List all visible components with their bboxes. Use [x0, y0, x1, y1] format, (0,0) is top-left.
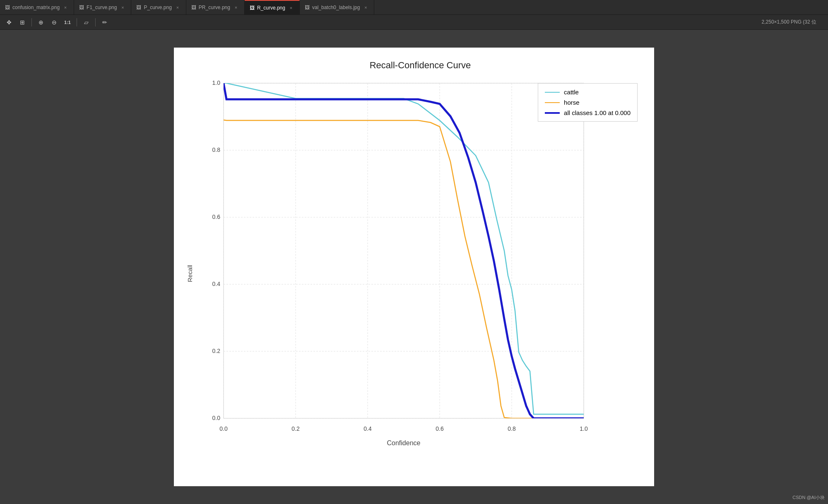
- svg-text:Confidence: Confidence: [387, 439, 421, 446]
- legend-all-classes-line: [545, 112, 560, 114]
- image-icon: 🖼: [5, 5, 10, 10]
- svg-text:1.0: 1.0: [212, 79, 221, 86]
- svg-text:0.8: 0.8: [212, 146, 221, 153]
- svg-text:1.0: 1.0: [580, 425, 588, 432]
- tab-label: val_batch0_labels.jpg: [312, 5, 360, 10]
- file-info: 2,250×1,500 PNG (32 位: [762, 19, 816, 26]
- tab-label: PR_curve.png: [199, 5, 230, 10]
- image-icon: 🖼: [191, 5, 196, 10]
- chart-wrapper: Recall-Confidence Curve Recall: [174, 48, 654, 486]
- reset-zoom-icon[interactable]: 1:1: [62, 17, 73, 28]
- tab-label: F1_curve.png: [87, 5, 117, 10]
- image-icon: 🖼: [305, 5, 310, 10]
- grid-icon[interactable]: ⊞: [17, 17, 28, 28]
- tab-close-p-curve[interactable]: ×: [174, 4, 181, 11]
- legend-cattle: cattle: [545, 89, 631, 96]
- toolbar-divider-1: [31, 18, 32, 26]
- toolbar-divider-2: [77, 18, 77, 26]
- svg-text:0.6: 0.6: [212, 214, 221, 220]
- svg-rect-1: [224, 83, 584, 418]
- tab-label: R_curve.png: [257, 5, 285, 11]
- tab-pr-curve[interactable]: 🖼 PR_curve.png ×: [186, 0, 245, 14]
- tab-close-r-curve[interactable]: ×: [288, 5, 294, 11]
- tab-f1-curve[interactable]: 🖼 F1_curve.png ×: [74, 0, 131, 14]
- tab-bar: 🖼 confusion_matrix.png × 🖼 F1_curve.png …: [0, 0, 828, 15]
- tab-close-f1-curve[interactable]: ×: [119, 4, 126, 11]
- tab-p-curve[interactable]: 🖼 P_curve.png ×: [131, 0, 186, 14]
- svg-text:0.8: 0.8: [508, 425, 516, 432]
- tab-close-confusion-matrix[interactable]: ×: [62, 4, 69, 11]
- svg-text:0.4: 0.4: [363, 425, 372, 432]
- watermark: CSDN @AI小块: [792, 494, 825, 501]
- svg-text:0.2: 0.2: [291, 425, 300, 432]
- chart-area: Recall: [199, 79, 642, 468]
- legend-cattle-label: cattle: [564, 89, 579, 96]
- svg-text:0.2: 0.2: [212, 348, 221, 354]
- tab-confusion-matrix[interactable]: 🖼 confusion_matrix.png ×: [0, 0, 74, 14]
- svg-text:0.0: 0.0: [212, 415, 221, 421]
- chart-svg: 1.0 0.8 0.6 0.4 0.2 0.0 0.0 0.2 0.4 0.6 …: [199, 79, 638, 451]
- legend-horse-line: [545, 102, 560, 103]
- legend-horse-label: horse: [564, 99, 580, 106]
- y-axis-label: Recall: [186, 265, 193, 282]
- chart-legend: cattle horse all classes 1.00 at 0.000: [538, 83, 638, 122]
- legend-all-classes-label: all classes 1.00 at 0.000: [564, 109, 631, 116]
- main-content: Recall-Confidence Curve Recall: [0, 30, 828, 504]
- legend-cattle-line: [545, 92, 560, 93]
- frame-icon[interactable]: ▱: [80, 17, 92, 28]
- svg-text:0.4: 0.4: [212, 281, 221, 287]
- move-icon[interactable]: ✥: [3, 17, 15, 28]
- image-icon: 🖼: [136, 5, 141, 10]
- tab-val-batch0[interactable]: 🖼 val_batch0_labels.jpg ×: [300, 0, 374, 14]
- toolbar-divider-3: [95, 18, 96, 26]
- tab-label: P_curve.png: [144, 5, 171, 10]
- zoom-in-icon[interactable]: ⊕: [35, 17, 47, 28]
- image-icon: 🖼: [250, 5, 255, 11]
- chart-title: Recall-Confidence Curve: [199, 60, 642, 71]
- toolbar: ✥ ⊞ ⊕ ⊖ 1:1 ▱ ✏ 2,250×1,500 PNG (32 位: [0, 15, 828, 30]
- svg-text:0.0: 0.0: [219, 425, 228, 432]
- legend-horse: horse: [545, 99, 631, 106]
- tab-close-val-batch0[interactable]: ×: [362, 4, 369, 11]
- tab-r-curve[interactable]: 🖼 R_curve.png ×: [245, 0, 300, 14]
- tab-label: confusion_matrix.png: [12, 5, 60, 10]
- eyedropper-icon[interactable]: ✏: [99, 17, 111, 28]
- tab-close-pr-curve[interactable]: ×: [233, 4, 239, 11]
- svg-text:0.6: 0.6: [436, 425, 444, 432]
- zoom-out-icon[interactable]: ⊖: [48, 17, 60, 28]
- legend-all-classes: all classes 1.00 at 0.000: [545, 109, 631, 116]
- image-icon: 🖼: [79, 5, 84, 10]
